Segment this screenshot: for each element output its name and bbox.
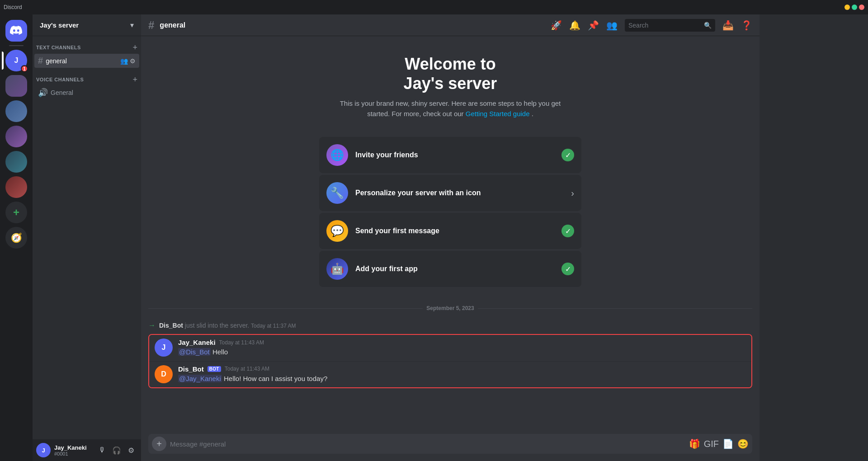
voice-channel-name: General xyxy=(51,89,136,96)
jay-author-name[interactable]: Jay_Kaneki xyxy=(178,339,216,346)
microphone-button[interactable]: 🎙 xyxy=(96,444,108,456)
add-text-channel-button[interactable]: + xyxy=(132,43,137,52)
first-message-icon: 💬 xyxy=(326,220,348,242)
personalize-arrow-icon: › xyxy=(571,188,574,198)
channel-add-member-icon[interactable]: 👥 xyxy=(120,57,128,65)
server-boost-icon[interactable]: 🚀 xyxy=(551,20,562,31)
inbox-icon[interactable]: 📥 xyxy=(722,20,734,31)
discover-button[interactable]: 🧭 xyxy=(5,227,27,249)
message-item-disbot: D Dis_Bot BOT Today at 11:43 AM @Jay_Kan… xyxy=(149,361,751,388)
server-icon-4[interactable] xyxy=(5,151,27,173)
disbot-mention[interactable]: @Jay_Kaneki xyxy=(178,375,222,382)
bot-name: Dis_Bot xyxy=(159,322,183,329)
setup-card-personalize[interactable]: 🔧 Personalize your server with an icon › xyxy=(319,175,581,211)
add-voice-channel-button[interactable]: + xyxy=(132,75,137,84)
maximize-button[interactable] xyxy=(852,5,857,10)
emoji-icon[interactable]: 😊 xyxy=(737,438,749,449)
members-list-icon[interactable]: 👥 xyxy=(606,20,618,31)
voice-channels-label: VOICE CHANNELS xyxy=(36,77,84,82)
checkmark-icon-3: ✓ xyxy=(565,265,571,273)
first-message-label: Send your first message xyxy=(355,227,554,235)
channel-hash-icon: # xyxy=(148,19,154,32)
active-pill xyxy=(2,52,4,70)
setup-card-first-app[interactable]: 🤖 Add your first app ✓ xyxy=(319,251,581,287)
search-box[interactable]: Search 🔍 xyxy=(625,19,715,32)
jay-message-header: Jay_Kaneki Today at 11:43 AM xyxy=(178,339,746,346)
setup-card-invite-friends[interactable]: 🌐 Invite your friends ✓ xyxy=(319,137,581,173)
channel-sidebar: Jay's server ▾ TEXT CHANNELS + # general… xyxy=(33,14,141,461)
message-group: J Jay_Kaneki Today at 11:43 AM @Dis_Bot … xyxy=(148,334,752,388)
channel-settings-icon[interactable]: ⚙ xyxy=(130,57,136,65)
system-time: Today at 11:37 AM xyxy=(251,323,296,329)
notifications-icon[interactable]: 🔔 xyxy=(569,20,580,31)
add-server-button[interactable]: + xyxy=(5,202,27,223)
personalize-label: Personalize your server with an icon xyxy=(355,189,564,197)
user-controls: 🎙 🎧 ⚙ xyxy=(96,444,137,456)
join-arrow-icon: → xyxy=(148,321,156,329)
message-item-jay: J Jay_Kaneki Today at 11:43 AM @Dis_Bot … xyxy=(149,335,751,361)
app-container: J 1 + 🧭 Jay's server ▾ TEXT CHANNELS + # xyxy=(0,14,868,461)
speaker-icon: 🔊 xyxy=(38,88,48,98)
invite-friends-status: ✓ xyxy=(561,149,574,161)
titlebar: Discord xyxy=(0,0,868,14)
settings-button[interactable]: ⚙ xyxy=(125,444,137,456)
server-icon-2[interactable] xyxy=(5,100,27,122)
text-channels-category: TEXT CHANNELS + xyxy=(33,36,141,53)
server-separator xyxy=(9,45,24,46)
server-name: Jay's server xyxy=(40,21,79,29)
help-icon[interactable]: ❓ xyxy=(741,20,752,31)
sticker-icon[interactable]: 📄 xyxy=(722,438,734,449)
headphones-button[interactable]: 🎧 xyxy=(110,444,123,456)
user-info: Jay_Kaneki #0001 xyxy=(54,444,92,456)
message-input-box: + 🎁 GIF 📄 😊 xyxy=(148,434,752,454)
plus-icon: + xyxy=(156,439,162,448)
invite-friends-icon: 🌐 xyxy=(326,144,348,166)
discord-home-button[interactable] xyxy=(5,20,27,42)
jay-message-time: Today at 11:43 AM xyxy=(219,339,264,346)
user-discriminator: #0001 xyxy=(54,451,92,456)
user-name: Jay_Kaneki xyxy=(54,444,92,451)
setup-card-first-message[interactable]: 💬 Send your first message ✓ xyxy=(319,213,581,249)
server-icon-3[interactable] xyxy=(5,126,27,147)
disbot-avatar[interactable]: D xyxy=(155,365,173,383)
user-avatar-letter: J xyxy=(42,447,45,454)
getting-started-link[interactable]: Getting Started guide xyxy=(466,110,530,118)
date-label: September 5, 2023 xyxy=(426,305,474,311)
voice-channels-category: VOICE CHANNELS + xyxy=(33,68,141,85)
disbot-author-name[interactable]: Dis_Bot xyxy=(178,365,204,373)
welcome-subtitle: This is your brand new, shiny server. He… xyxy=(337,99,563,119)
channel-header-name: general xyxy=(160,21,185,29)
text-channels-label: TEXT CHANNELS xyxy=(36,45,81,50)
attach-file-button[interactable]: + xyxy=(152,437,166,451)
notification-badge: 1 xyxy=(21,65,28,72)
channel-item-general-voice[interactable]: 🔊 General xyxy=(34,86,139,99)
close-button[interactable] xyxy=(859,5,864,10)
channel-item-general[interactable]: # general 👥 ⚙ xyxy=(34,54,139,68)
jays-server-icon[interactable]: J 1 xyxy=(5,50,27,71)
gift-icon[interactable]: 🎁 xyxy=(689,438,700,449)
search-placeholder: Search xyxy=(628,22,702,29)
server-icon-1[interactable] xyxy=(5,75,27,97)
disbot-message-content: Dis_Bot BOT Today at 11:43 AM @Jay_Kanek… xyxy=(178,365,746,384)
jay-mention[interactable]: @Dis_Bot xyxy=(178,348,211,356)
minimize-button[interactable] xyxy=(844,5,850,10)
titlebar-app-name: Discord xyxy=(4,4,22,10)
server-header[interactable]: Jay's server ▾ xyxy=(33,14,141,36)
user-avatar[interactable]: J xyxy=(36,443,51,457)
first-app-status: ✓ xyxy=(561,263,574,275)
gif-icon[interactable]: GIF xyxy=(704,439,719,449)
main-content: # general 🚀 🔔 📌 👥 Search 🔍 📥 ❓ xyxy=(141,14,760,461)
jay-kaneki-avatar[interactable]: J xyxy=(155,339,173,357)
date-separator: September 5, 2023 xyxy=(148,305,752,311)
welcome-title: Welcome to Jay's server xyxy=(148,54,752,93)
message-text-input[interactable] xyxy=(170,436,685,452)
checkmark-icon-2: ✓ xyxy=(565,227,571,235)
add-server-icon: + xyxy=(13,206,19,219)
invite-friends-label: Invite your friends xyxy=(355,151,554,159)
server-icon-5[interactable] xyxy=(5,176,27,198)
input-actions: 🎁 GIF 📄 😊 xyxy=(689,438,749,449)
pinned-messages-icon[interactable]: 📌 xyxy=(588,20,599,31)
channel-header: # general 🚀 🔔 📌 👥 Search 🔍 📥 ❓ xyxy=(141,14,760,36)
disbot-message-header: Dis_Bot BOT Today at 11:43 AM xyxy=(178,365,746,373)
channel-item-actions: 👥 ⚙ xyxy=(120,57,136,65)
